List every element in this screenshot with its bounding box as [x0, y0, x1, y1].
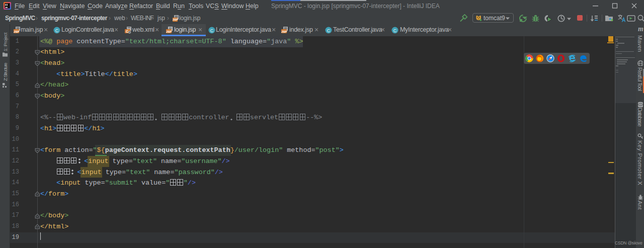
- svg-text:C: C: [327, 28, 331, 33]
- svg-text:JSP: JSP: [173, 18, 179, 21]
- svg-text:C: C: [55, 28, 59, 33]
- svg-text:C: C: [126, 30, 128, 33]
- svg-text:JSP: JSP: [281, 30, 287, 33]
- svg-text:JSP: JSP: [14, 30, 20, 33]
- svg-text:C: C: [210, 28, 214, 33]
- svg-text:JSP: JSP: [166, 30, 172, 33]
- svg-text:C: C: [393, 28, 397, 33]
